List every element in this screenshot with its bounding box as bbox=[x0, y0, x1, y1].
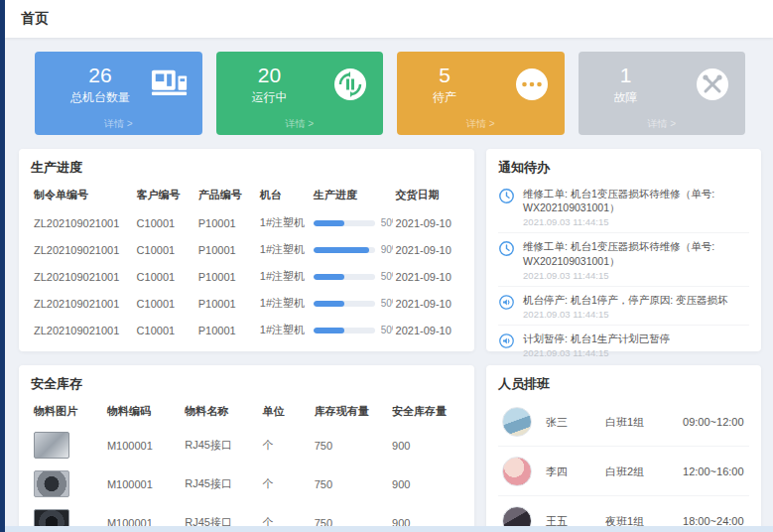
card-detail-link[interactable]: 详情 > bbox=[35, 117, 202, 131]
staff-time: 09:00~12:00 bbox=[683, 416, 745, 428]
column-header: 客户编号 bbox=[134, 181, 195, 209]
safety-quantity: 900 bbox=[389, 426, 462, 465]
avatar bbox=[502, 506, 532, 526]
production-row: ZL202109021001 C10001 P10001 1#注塑机 50% 2… bbox=[31, 209, 462, 236]
machine-icon bbox=[151, 66, 189, 103]
column-header: 库存现有量 bbox=[312, 397, 389, 426]
delivery-date: 2021-09-10 bbox=[393, 263, 462, 290]
customer-number: C10001 bbox=[134, 290, 195, 317]
notice-item[interactable]: 机台停产: 机台1停产，停产原因: 变压器损坏 2021.09.03 11:44… bbox=[498, 287, 749, 326]
staff-shift: 白班2组 bbox=[605, 465, 683, 479]
main-content: 26 总机台数量 详情 > 20 bbox=[5, 38, 773, 526]
notice-body: 计划暂停: 机台1生产计划已暂停 2021.09.03 11:44:15 bbox=[523, 332, 670, 358]
panel-title: 安全库存 bbox=[31, 375, 462, 393]
order-number: ZL202109021001 bbox=[31, 263, 134, 290]
staff-schedule-panel: 人员排班 张三 白班1组 09:00~12:00 李四 白班2组 12:00~1… bbox=[486, 365, 761, 526]
horizontal-scrollbar[interactable] bbox=[5, 526, 773, 532]
card-label: 待产 bbox=[433, 89, 456, 106]
notice-body: 维修工单: 机台1变压器损坏待维修（单号: WX202109031001） 20… bbox=[523, 239, 749, 280]
product-number: P10001 bbox=[195, 209, 257, 236]
staff-shift: 夜班1组 bbox=[605, 514, 683, 527]
card-waiting[interactable]: 5 待产 详情 > bbox=[397, 52, 565, 135]
delivery-date: 2021-09-10 bbox=[393, 290, 462, 317]
panel-title: 人员排班 bbox=[498, 375, 749, 393]
production-table-header: 制令单编号 客户编号 产品编号 机台 生产进度 交货日期 bbox=[31, 181, 462, 209]
customer-number: C10001 bbox=[134, 263, 195, 290]
avatar bbox=[502, 457, 532, 486]
notice-text: 维修工单: 机台1变压器损坏待维修（单号: WX202109031001） bbox=[523, 187, 749, 214]
staff-name: 张三 bbox=[546, 415, 605, 430]
column-header: 制令单编号 bbox=[31, 181, 134, 209]
card-label: 运行中 bbox=[252, 89, 288, 106]
card-info: 1 故障 bbox=[614, 64, 638, 106]
staff-time: 12:00~16:00 bbox=[683, 466, 745, 477]
card-detail-link[interactable]: 详情 > bbox=[397, 117, 565, 131]
card-detail-link[interactable]: 详情 > bbox=[579, 117, 746, 131]
notice-item[interactable]: 维修工单: 机台1变压器损坏待维修（单号: WX202109031001） 20… bbox=[498, 181, 749, 233]
material-code: M100001 bbox=[104, 465, 182, 503]
notice-text: 计划暂停: 机台1生产计划已暂停 bbox=[523, 332, 670, 345]
card-running[interactable]: 20 运行中 详情 > bbox=[216, 52, 384, 135]
notice-item[interactable]: 计划暂停: 机台1生产计划已暂停 2021.09.03 11:44:15 bbox=[498, 326, 749, 363]
column-header: 安全库存量 bbox=[389, 397, 462, 426]
waiting-dots-icon bbox=[513, 66, 551, 103]
material-image bbox=[34, 432, 69, 459]
avatar bbox=[502, 407, 532, 437]
material-unit: 个 bbox=[260, 465, 312, 503]
card-value: 1 bbox=[614, 64, 638, 86]
grid-row-1: 生产进度 制令单编号 客户编号 产品编号 机台 生产进度 交货日期 bbox=[19, 149, 761, 351]
card-detail-link[interactable]: 详情 > bbox=[216, 117, 384, 131]
progress-bar: 90% bbox=[314, 244, 390, 255]
product-number: P10001 bbox=[195, 317, 257, 343]
order-number: ZL202109021001 bbox=[31, 317, 134, 343]
card-label: 故障 bbox=[614, 89, 638, 106]
page: 首页 26 总机台数量 bbox=[5, 0, 773, 526]
clock-icon bbox=[498, 188, 515, 204]
material-code: M100001 bbox=[104, 503, 182, 526]
notice-time: 2021.09.03 11:44:15 bbox=[523, 270, 749, 281]
staff-name: 李四 bbox=[546, 465, 605, 479]
progress-label: 50% bbox=[381, 271, 393, 282]
machine-name: 1#注塑机 bbox=[257, 209, 311, 236]
notice-time: 2021.09.03 11:44:15 bbox=[523, 347, 670, 358]
production-table: 制令单编号 客户编号 产品编号 机台 生产进度 交货日期 ZL202109021… bbox=[31, 181, 462, 343]
speaker-icon bbox=[498, 332, 515, 349]
inventory-row: M100001 RJ45接口 个 750 900 bbox=[31, 426, 462, 465]
staff-shift: 白班1组 bbox=[605, 415, 683, 430]
notice-time: 2021.09.03 11:44:15 bbox=[523, 309, 728, 320]
column-header: 物料编码 bbox=[104, 397, 182, 426]
machine-name: 1#注塑机 bbox=[257, 317, 311, 343]
panel-title: 生产进度 bbox=[31, 159, 462, 177]
speaker-icon bbox=[498, 294, 515, 311]
staff-name: 王五 bbox=[546, 514, 605, 527]
production-row: ZL202109021001 C10001 P10001 1#注塑机 90% 2… bbox=[31, 236, 462, 263]
inventory-row: M100001 RJ45接口 个 750 900 bbox=[31, 503, 462, 526]
machine-name: 1#注塑机 bbox=[257, 290, 311, 317]
running-icon bbox=[331, 66, 369, 103]
progress-label: 50% bbox=[381, 298, 393, 309]
material-name: RJ45接口 bbox=[182, 503, 259, 526]
staff-time: 18:00~24:00 bbox=[683, 515, 745, 526]
progress-bar: 50% bbox=[314, 298, 390, 309]
order-number: ZL202109021001 bbox=[31, 209, 134, 236]
progress-bar: 50% bbox=[314, 271, 390, 282]
production-row: ZL202109021001 C10001 P10001 1#注塑机 50% 2… bbox=[31, 263, 462, 290]
material-name: RJ45接口 bbox=[182, 465, 259, 503]
delivery-date: 2021-09-10 bbox=[393, 236, 462, 263]
notice-item[interactable]: 维修工单: 机台1变压器损坏待维修（单号: WX202109031001） 20… bbox=[498, 233, 749, 286]
card-fault[interactable]: 1 故障 详情 > bbox=[579, 52, 746, 135]
notice-body: 机台停产: 机台1停产，停产原因: 变压器损坏 2021.09.03 11:44… bbox=[523, 293, 728, 320]
card-info: 26 总机台数量 bbox=[70, 64, 130, 106]
card-value: 20 bbox=[252, 64, 288, 86]
column-header: 产品编号 bbox=[195, 181, 257, 209]
stock-quantity: 750 bbox=[312, 503, 389, 526]
order-number: ZL202109021001 bbox=[31, 290, 134, 317]
notice-text: 维修工单: 机台1变压器损坏待维修（单号: WX202109031001） bbox=[523, 239, 749, 267]
material-unit: 个 bbox=[260, 426, 312, 465]
fault-tools-icon bbox=[694, 66, 731, 103]
notices-panel: 通知待办 维修工单: 机台1变压器损坏待维修（单号: WX20210903100… bbox=[486, 149, 761, 351]
clock-icon bbox=[498, 240, 515, 257]
card-value: 5 bbox=[433, 64, 456, 86]
customer-number: C10001 bbox=[134, 236, 195, 263]
card-total-machines[interactable]: 26 总机台数量 详情 > bbox=[35, 52, 202, 135]
